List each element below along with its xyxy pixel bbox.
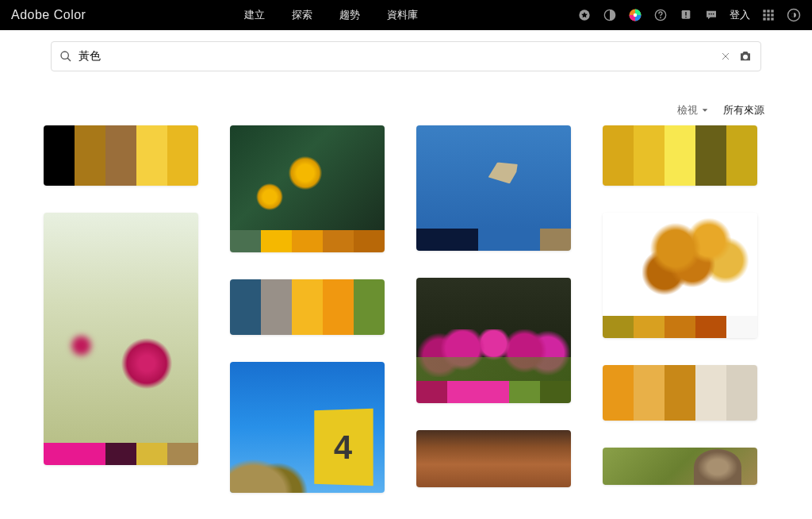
- swatch-row: [603, 365, 757, 421]
- palette-card[interactable]: [603, 125, 757, 186]
- view-label: 檢視: [677, 103, 698, 117]
- swatch: [695, 125, 726, 186]
- card-image: [603, 213, 757, 316]
- swatch: [540, 381, 571, 403]
- results-gallery: [0, 125, 812, 493]
- color-wheel-icon[interactable]: [628, 8, 642, 22]
- svg-rect-15: [763, 13, 765, 16]
- card-image: [416, 430, 571, 487]
- nav-trends[interactable]: 趨勢: [339, 8, 360, 22]
- svg-rect-19: [767, 17, 769, 20]
- swatch: [447, 229, 478, 251]
- swatch: [447, 381, 478, 403]
- swatch: [105, 443, 136, 465]
- swatch: [44, 125, 75, 186]
- source-dropdown[interactable]: 所有來源: [723, 103, 764, 117]
- swatch: [478, 381, 509, 403]
- swatch: [75, 125, 105, 186]
- nav-create[interactable]: 建立: [244, 8, 265, 22]
- palette-card[interactable]: [44, 125, 198, 186]
- svg-rect-12: [763, 10, 765, 12]
- swatch: [167, 125, 198, 186]
- swatch: [416, 229, 447, 251]
- swatch: [665, 125, 695, 186]
- svg-point-9: [709, 13, 710, 15]
- swatch: [230, 230, 261, 252]
- swatch: [230, 279, 261, 335]
- contrast-icon[interactable]: [603, 8, 617, 22]
- svg-rect-8: [685, 17, 686, 17]
- apps-grid-icon[interactable]: [761, 8, 776, 22]
- swatch-row: [416, 229, 571, 251]
- nav-explore[interactable]: 探索: [292, 8, 312, 22]
- search-area: [0, 30, 812, 79]
- login-link[interactable]: 登入: [730, 8, 750, 22]
- swatch: [75, 443, 105, 465]
- card-image: [416, 278, 571, 381]
- swatch: [292, 279, 323, 335]
- swatch-row: [230, 279, 385, 335]
- swatch: [44, 443, 75, 465]
- swatch-row: [603, 125, 757, 186]
- swatch: [323, 279, 354, 335]
- chat-icon[interactable]: [704, 8, 718, 22]
- clear-icon[interactable]: [721, 52, 730, 61]
- swatch: [665, 365, 695, 421]
- svg-point-26: [743, 55, 748, 60]
- card-image: [603, 448, 757, 485]
- main-nav: 建立 探索 趨勢 資料庫: [244, 8, 418, 22]
- gallery-col-1: [44, 125, 198, 493]
- swatch: [726, 125, 757, 186]
- svg-point-5: [661, 17, 661, 18]
- swatch: [634, 125, 665, 186]
- image-card[interactable]: [416, 430, 571, 487]
- svg-rect-7: [685, 12, 686, 16]
- swatch: [323, 230, 354, 252]
- search-icon: [59, 50, 72, 63]
- palette-card[interactable]: [230, 279, 385, 335]
- search-input[interactable]: [79, 50, 713, 63]
- nav-library[interactable]: 資料庫: [387, 8, 418, 22]
- image-palette-card[interactable]: [230, 125, 385, 252]
- swatch: [261, 279, 292, 335]
- view-dropdown[interactable]: 檢視: [677, 103, 709, 117]
- swatch: [726, 316, 757, 338]
- image-card[interactable]: [603, 448, 757, 485]
- swatch: [354, 279, 385, 335]
- star-icon[interactable]: [577, 8, 592, 22]
- image-card[interactable]: [230, 362, 385, 493]
- image-palette-card[interactable]: [44, 213, 198, 465]
- swatch-row: [44, 443, 198, 465]
- swatch: [665, 316, 695, 338]
- svg-rect-20: [771, 17, 773, 20]
- svg-rect-16: [767, 13, 769, 16]
- card-image: [230, 362, 385, 493]
- result-controls: 檢視 所有來源: [0, 79, 812, 125]
- swatch: [695, 365, 726, 421]
- swatch: [509, 229, 540, 251]
- swatch-row: [44, 125, 198, 186]
- chevron-down-icon: [701, 106, 709, 114]
- cc-icon[interactable]: [787, 8, 801, 22]
- svg-point-11: [713, 13, 714, 15]
- svg-rect-14: [771, 10, 773, 12]
- swatch: [603, 125, 634, 186]
- camera-icon[interactable]: [738, 49, 753, 63]
- swatch: [634, 316, 665, 338]
- swatch: [726, 365, 757, 421]
- svg-rect-17: [771, 13, 773, 16]
- image-palette-card[interactable]: [603, 213, 757, 338]
- gallery-col-4: [603, 125, 757, 493]
- announce-icon[interactable]: [679, 8, 693, 22]
- help-icon[interactable]: [653, 8, 668, 22]
- brand-logo[interactable]: Adobe Color: [11, 8, 86, 22]
- swatch: [354, 230, 385, 252]
- svg-line-23: [67, 58, 71, 61]
- image-palette-card[interactable]: [416, 278, 571, 403]
- topbar-right: 登入: [577, 8, 801, 22]
- swatch: [292, 230, 323, 252]
- image-palette-card[interactable]: [416, 125, 571, 251]
- swatch: [136, 443, 167, 465]
- swatch: [136, 125, 167, 186]
- palette-card[interactable]: [603, 365, 757, 421]
